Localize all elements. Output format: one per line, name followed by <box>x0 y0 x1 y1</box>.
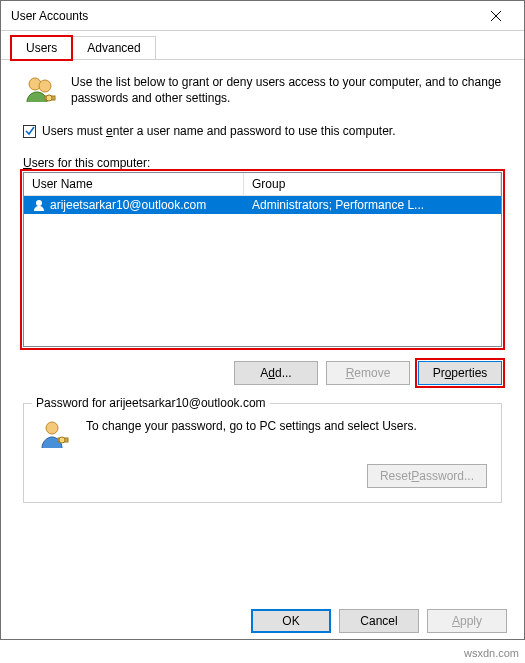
apply-button: Apply <box>427 609 507 633</box>
users-list[interactable]: User Name Group arijeetsarkar10@outlook.… <box>23 172 502 347</box>
tab-users-label: Users <box>26 41 57 55</box>
table-row[interactable]: arijeetsarkar10@outlook.com Administrato… <box>24 196 501 214</box>
tab-advanced[interactable]: Advanced <box>72 36 155 59</box>
users-keys-icon <box>23 74 59 110</box>
properties-button[interactable]: Properties <box>418 361 502 385</box>
column-username[interactable]: User Name <box>24 173 244 195</box>
svg-point-6 <box>36 200 42 206</box>
close-icon <box>491 8 501 24</box>
watermark: wsxdn.com <box>464 647 519 659</box>
svg-point-5 <box>46 95 52 101</box>
must-enter-checkbox[interactable] <box>23 125 36 138</box>
window-title: User Accounts <box>11 9 88 23</box>
users-list-label: Users for this computer: <box>23 156 502 170</box>
must-enter-label: Users must enter a user name and passwor… <box>42 124 396 138</box>
cancel-button[interactable]: Cancel <box>339 609 419 633</box>
tab-advanced-label: Advanced <box>87 41 140 55</box>
titlebar: User Accounts <box>1 1 524 31</box>
user-icon <box>32 198 46 212</box>
password-groupbox: Password for arijeetsarkar10@outlook.com… <box>23 403 502 503</box>
dialog-buttons: OK Cancel Apply <box>251 609 507 633</box>
user-accounts-window: User Accounts Users Advanced Use the lis… <box>0 0 525 640</box>
reset-password-button: Reset Password... <box>367 464 487 488</box>
user-key-icon <box>38 418 74 454</box>
svg-point-3 <box>39 80 51 92</box>
list-header: User Name Group <box>24 173 501 196</box>
svg-point-9 <box>59 437 65 443</box>
tab-content: Use the list below to grant or deny user… <box>1 60 524 513</box>
intro-row: Use the list below to grant or deny user… <box>23 74 502 110</box>
ok-button[interactable]: OK <box>251 609 331 633</box>
close-button[interactable] <box>476 2 516 30</box>
password-group-title: Password for arijeetsarkar10@outlook.com <box>32 396 270 410</box>
list-buttons: Add... Remove Properties <box>23 361 502 385</box>
cell-username: arijeetsarkar10@outlook.com <box>24 196 244 214</box>
tab-bar: Users Advanced <box>1 31 524 60</box>
cell-group: Administrators; Performance L... <box>244 196 501 214</box>
column-group[interactable]: Group <box>244 173 501 195</box>
password-button-row: Reset Password... <box>38 464 487 488</box>
password-text: To change your password, go to PC settin… <box>86 418 417 434</box>
must-enter-row: Users must enter a user name and passwor… <box>23 124 502 138</box>
intro-text: Use the list below to grant or deny user… <box>71 74 502 110</box>
remove-button: Remove <box>326 361 410 385</box>
add-button[interactable]: Add... <box>234 361 318 385</box>
tab-users[interactable]: Users <box>11 36 72 60</box>
password-body: To change your password, go to PC settin… <box>38 418 487 454</box>
svg-point-7 <box>46 422 58 434</box>
cell-username-text: arijeetsarkar10@outlook.com <box>50 198 206 212</box>
